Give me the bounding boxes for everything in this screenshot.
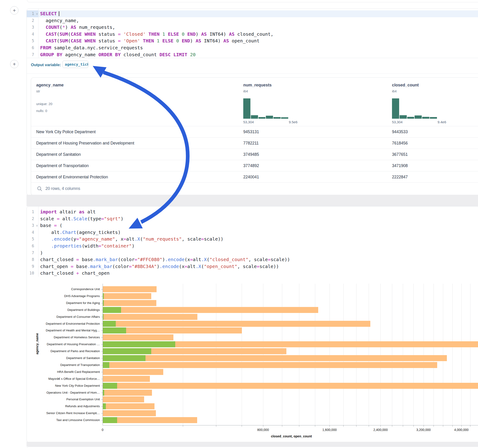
y-axis-title: agency_name — [35, 333, 39, 355]
column-header[interactable]: agency_name — [36, 83, 64, 87]
y-axis-label: Department of Buildings — [67, 308, 100, 311]
search-icon[interactable] — [37, 186, 42, 192]
gridline — [282, 284, 282, 425]
code-line[interactable]: 6FROM sample_data.nyc.service_requests — [27, 44, 478, 51]
python-code-editor[interactable]: 1import altair as alt2scale = alt.Scale(… — [27, 209, 478, 277]
column-header[interactable]: closed_count — [392, 83, 419, 87]
bar-open-count — [103, 341, 175, 347]
add-cell-button-output[interactable]: + — [10, 60, 19, 68]
code-line[interactable]: 5 .encode(y="agency_name", x=alt.X("num_… — [27, 236, 478, 243]
gridline — [242, 284, 242, 425]
y-axis-label: Senior Citizen Rent Increase Exempti… — [46, 411, 100, 415]
table-cell: Department of Transportation — [36, 160, 89, 171]
gridline — [443, 284, 443, 425]
line-number: 5 — [32, 236, 34, 243]
code-line[interactable]: 4 alt.Chart(agency_tickets) — [27, 229, 478, 236]
line-number: 9 — [32, 263, 34, 270]
code-line[interactable]: 9chart_open = base.mark_bar(color="#8BC3… — [27, 263, 478, 270]
table-cell: Department of Sanitation — [36, 149, 81, 160]
code-line[interactable]: 2scale = alt.Scale(type="sqrt") — [27, 216, 478, 222]
add-cell-button-top[interactable]: + — [10, 6, 19, 14]
y-axis-label: Department of Health and Mental Hyg… — [46, 329, 100, 332]
histogram-bar — [392, 98, 399, 119]
line-number: 6 — [32, 44, 34, 51]
column-stat: unique: 20 — [36, 102, 52, 106]
output-variable-label: Output variable: — [31, 63, 61, 67]
code-line[interactable]: 1import altair as alt — [27, 209, 478, 216]
output-variable-input[interactable]: agency_tickets — [63, 61, 88, 68]
table-row: Department of Transportation377489234719… — [31, 160, 478, 171]
gridline — [453, 284, 453, 425]
bar-open-count — [103, 321, 116, 327]
table-cell: Department of Environmental Protection — [36, 171, 108, 183]
table-row: New York City Police Department945313194… — [31, 126, 478, 137]
y-axis-label: Department of Sanitation — [66, 356, 100, 360]
gridline — [263, 284, 263, 425]
line-number: 6 — [32, 243, 34, 249]
column-header[interactable]: num_requests — [243, 83, 272, 87]
code-line[interactable]: 4 CAST(SUM(CASE WHEN status = 'Closed' T… — [27, 31, 478, 38]
y-axis-label: Department of Homeless Services — [54, 336, 100, 339]
y-axis-label: Department for the Aging — [66, 301, 100, 305]
bar-closed-count — [103, 383, 478, 389]
histogram-bar — [400, 115, 407, 119]
gridline — [413, 284, 414, 425]
line-number: 7 — [32, 51, 34, 58]
histogram-bar — [251, 115, 258, 119]
sql-code-editor[interactable]: 1∨SELECT2 agency_name,3 COUNT(*) AS num_… — [27, 10, 478, 58]
table-cell: 3774892 — [243, 160, 259, 171]
gridline — [403, 284, 403, 425]
code-line[interactable]: 7GROUP BY agency_name ORDER BY closed_co… — [27, 51, 478, 58]
chevron-down-icon[interactable]: ∨ — [36, 11, 38, 18]
code-line[interactable]: 3∨base = ( — [27, 222, 478, 229]
y-axis-label: DHS Advantage Programs — [64, 294, 100, 298]
bar-open-count — [103, 355, 145, 361]
y-axis-label: Personal Exemption Unit — [66, 398, 100, 401]
table-cell: 9453131 — [243, 126, 259, 137]
y-axis-label: HRA Benefit Card Replacement — [57, 370, 100, 373]
y-axis-label: Department of Transportation — [60, 363, 100, 367]
gridline — [329, 284, 330, 425]
table-cell: Department of Housing Preservation and D… — [36, 137, 134, 149]
code-line[interactable]: 1∨SELECT — [27, 10, 478, 17]
line-number: 2 — [32, 17, 34, 24]
histogram-range-labels: 53,3049.4e6 — [392, 120, 446, 124]
gridline — [216, 284, 216, 425]
chevron-down-icon[interactable]: ∨ — [36, 222, 38, 229]
gridline — [315, 284, 315, 425]
bar-closed-count — [103, 390, 152, 396]
bar-open-count — [103, 362, 109, 368]
code-line[interactable]: 10chart_closed + chart_open — [27, 270, 478, 277]
line-number: 1 — [32, 209, 34, 216]
bar-closed-count — [103, 300, 156, 306]
histogram-bar — [243, 98, 250, 119]
bar-open-count — [103, 314, 104, 320]
gridline — [183, 284, 183, 425]
x-axis-label: 0 — [102, 428, 104, 432]
histogram-bar — [430, 117, 437, 119]
code-line[interactable]: 2 agency_name, — [27, 17, 478, 24]
histogram-bar — [415, 115, 422, 119]
code-line[interactable]: 8chart_closed = base.mark_bar(color="#FF… — [27, 256, 478, 263]
next-cell-edge — [26, 447, 478, 448]
table-row: Department of Housing Preservation and D… — [31, 137, 478, 149]
code-line[interactable]: 5 CAST(SUM(CASE WHEN status = 'Open' THE… — [27, 37, 478, 44]
line-number: 3 — [32, 24, 34, 31]
gridline — [461, 284, 462, 425]
previous-cell-edge — [27, 0, 478, 2]
text-cursor — [59, 11, 59, 16]
code-line[interactable]: 7) — [27, 249, 478, 256]
y-axis-label: Correspondence Unit — [71, 287, 100, 291]
gridline — [470, 284, 470, 425]
line-number: 4 — [32, 229, 34, 236]
code-line[interactable]: 6 .properties(width="container") — [27, 243, 478, 249]
y-axis-label: Department of Consumer Affairs — [57, 315, 100, 318]
bar-open-count — [103, 348, 151, 354]
gridline — [424, 284, 424, 425]
gridline — [392, 284, 392, 425]
code-line[interactable]: 3 COUNT(*) AS num_requests, — [27, 24, 478, 31]
x-axis-label: 800,000 — [257, 428, 269, 432]
plus-icon: + — [13, 61, 16, 67]
results-table-card: agency_namestrunique: 20nulls: 0num_requ… — [31, 77, 478, 195]
histogram-bar — [407, 117, 414, 119]
